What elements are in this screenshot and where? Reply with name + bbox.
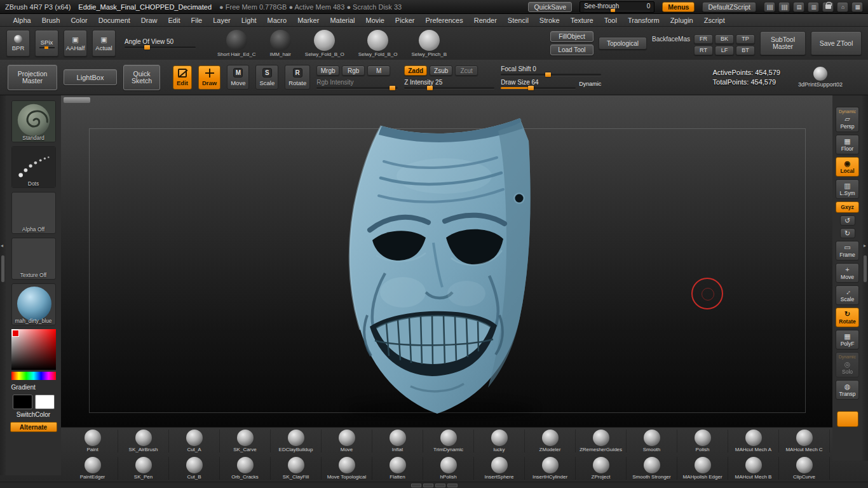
- lightbox-button[interactable]: LightBox: [64, 69, 117, 85]
- bottom-scrollbar[interactable]: [0, 482, 868, 488]
- menu-item[interactable]: Texture: [565, 17, 599, 24]
- menu-item[interactable]: Light: [236, 17, 262, 24]
- zscript-button[interactable]: DefaultZScript: [702, 2, 756, 12]
- save-ztool-button[interactable]: Save ZTool: [811, 31, 862, 55]
- brush-thumbnail[interactable]: MAHcut Mech B: [728, 457, 779, 480]
- see-through-slider[interactable]: See-through 0: [580, 1, 654, 13]
- current-stroke-thumbnail[interactable]: Dots: [11, 146, 56, 188]
- angle-of-view-slider[interactable]: Angle Of View 50: [125, 38, 196, 48]
- load-tool-button[interactable]: Load Tool: [550, 44, 593, 55]
- menu-item[interactable]: Picker: [390, 17, 420, 24]
- brush-thumbnail[interactable]: SK_Carve: [220, 430, 271, 452]
- brush-thumbnail[interactable]: Orb_Cracks: [220, 457, 271, 480]
- menu-item[interactable]: Transform: [622, 17, 665, 24]
- brush-thumbnail[interactable]: Polish: [677, 430, 728, 452]
- document-canvas[interactable]: [61, 95, 832, 427]
- brush-thumbnail[interactable]: MAHcut Mech C: [779, 430, 830, 452]
- spix-slider[interactable]: [39, 47, 55, 48]
- brush-thumbnail[interactable]: Inflat: [372, 430, 423, 452]
- menu-item[interactable]: Brush: [36, 17, 65, 24]
- backface-toggle-button[interactable]: BK: [715, 34, 734, 44]
- right-shelf-button[interactable]: ▦ Floor: [836, 135, 859, 154]
- titlebar-icon-button[interactable]: [822, 2, 834, 12]
- spix-button[interactable]: SPix: [35, 30, 58, 57]
- brush-thumbnail[interactable]: SK_ClayFill: [271, 457, 322, 480]
- menu-item[interactable]: Draw: [135, 17, 163, 24]
- fill-object-button[interactable]: FillObject: [550, 31, 593, 42]
- brush-thumbnail[interactable]: SK_AirBrush: [118, 430, 169, 452]
- brush-thumbnail[interactable]: PaintEdger: [67, 457, 118, 480]
- brush-thumbnail[interactable]: Smooth Stronger: [627, 457, 677, 480]
- right-shelf-button[interactable]: Dynamic ▱ Persp: [836, 107, 859, 132]
- right-shelf-button[interactable]: [837, 411, 858, 427]
- brush-thumbnail[interactable]: lucky: [474, 430, 525, 452]
- rgb-button[interactable]: Rgb: [342, 65, 365, 76]
- brush-thumbnail[interactable]: Smooth: [627, 430, 677, 452]
- zsub-button[interactable]: Zsub: [430, 65, 452, 76]
- actual-button[interactable]: ▣ Actual: [92, 30, 116, 57]
- backface-toggle-button[interactable]: RT: [694, 46, 713, 55]
- menu-item[interactable]: Layer: [208, 17, 236, 24]
- right-shelf-button[interactable]: Gxyz: [836, 201, 859, 213]
- titlebar-icon-button[interactable]: ∥∥∥: [778, 2, 790, 12]
- menu-item[interactable]: Document: [93, 17, 135, 24]
- menu-item[interactable]: Movie: [360, 17, 390, 24]
- right-shelf-button[interactable]: ↻ Rotate: [836, 308, 859, 327]
- collapse-left-icon[interactable]: ◂: [1, 243, 3, 248]
- quicksave-button[interactable]: QuickSave: [528, 2, 572, 12]
- menus-button[interactable]: Menus: [662, 2, 695, 12]
- menu-item[interactable]: Material: [325, 17, 360, 24]
- right-shelf-button[interactable]: ↺: [840, 215, 855, 226]
- draw-button[interactable]: Draw: [198, 65, 220, 90]
- projection-master-button[interactable]: Projection Master: [8, 65, 57, 90]
- z-intensity-slider[interactable]: Z Intensity 25: [404, 79, 494, 89]
- scrollbar-handle[interactable]: [411, 484, 421, 487]
- backface-toggle-button[interactable]: FR: [694, 34, 713, 44]
- scale-button[interactable]: S Scale: [255, 65, 278, 90]
- current-texture-thumbnail[interactable]: Texture Off: [11, 238, 56, 280]
- current-material-thumbnail[interactable]: mah_dirty_blue: [11, 283, 56, 325]
- right-shelf-button[interactable]: ↻: [840, 228, 855, 238]
- alternate-button[interactable]: Alternate: [10, 422, 57, 432]
- titlebar-icon-button[interactable]: ▥: [808, 2, 819, 12]
- right-shelf-button[interactable]: ◉ Local: [836, 157, 859, 177]
- focal-shift-slider[interactable]: Focal Shift 0: [501, 65, 601, 76]
- color-picker[interactable]: [11, 329, 56, 380]
- brush-thumbnail[interactable]: Move Topological: [322, 457, 372, 480]
- brush-thumbnail[interactable]: EDClayBuildup: [271, 430, 322, 452]
- titlebar-icon-button[interactable]: ▦: [851, 2, 863, 12]
- mask-model[interactable]: [308, 103, 574, 421]
- menu-item[interactable]: Zscript: [698, 17, 730, 24]
- brush-thumbnail[interactable]: InsertHCylinder: [525, 457, 576, 480]
- brush-thumbnail[interactable]: Move: [322, 430, 372, 452]
- support-brush-thumbnail[interactable]: 3dPrintSupport02: [798, 67, 843, 88]
- brush-thumbnail[interactable]: ZModeler: [525, 430, 576, 452]
- menu-item[interactable]: Zplugin: [665, 17, 698, 24]
- rotate-button[interactable]: R Rotate: [285, 65, 310, 90]
- brush-thumbnail[interactable]: hPolish: [423, 457, 474, 480]
- scrollbar-handle[interactable]: [447, 484, 458, 487]
- backface-label[interactable]: BackfaceMas: [652, 34, 690, 43]
- draw-size-slider[interactable]: Draw Size 64: [501, 79, 576, 89]
- topological-button[interactable]: Topological: [599, 37, 647, 50]
- backface-toggle-button[interactable]: BT: [736, 46, 755, 55]
- left-tray-divider[interactable]: ◂: [0, 95, 6, 475]
- switch-color[interactable]: SwitchColor: [13, 395, 55, 418]
- brush-thumbnail[interactable]: ClipCurve: [779, 457, 830, 480]
- subtool-master-button[interactable]: SubTool Master: [760, 31, 806, 55]
- current-alpha-thumbnail[interactable]: Alpha Off: [11, 192, 56, 234]
- backface-toggle-button[interactable]: TP: [736, 34, 755, 44]
- brush-thumbnail[interactable]: Cut_A: [169, 430, 220, 452]
- brush-thumbnail[interactable]: Short Hair_Ed_C: [217, 30, 255, 57]
- dynamic-toggle[interactable]: Dynamic: [579, 81, 601, 87]
- menu-item[interactable]: Color: [65, 17, 93, 24]
- secondary-color-swatch[interactable]: [35, 395, 55, 409]
- right-tray-divider[interactable]: ▸: [862, 95, 868, 461]
- right-shelf-button[interactable]: Dynamic ◎ Solo: [836, 352, 859, 377]
- m-button[interactable]: M: [367, 65, 390, 76]
- aahalf-button[interactable]: ▣ AAHalf: [64, 30, 87, 57]
- main-color-swatch[interactable]: [13, 395, 32, 409]
- right-shelf-button[interactable]: ↔ Scale: [836, 285, 859, 305]
- right-shelf-button[interactable]: ◍ Transp: [836, 380, 859, 400]
- current-color-swatch[interactable]: [12, 330, 19, 337]
